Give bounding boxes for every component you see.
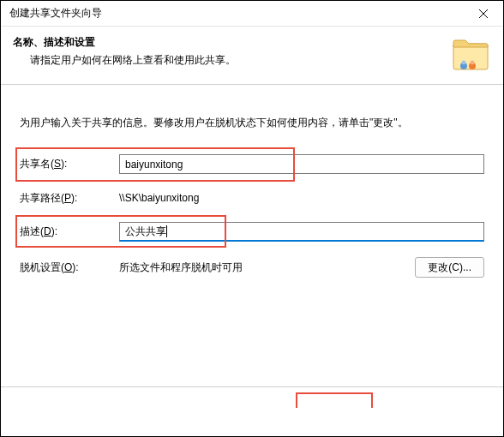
change-button[interactable]: 更改(C)...	[415, 257, 484, 278]
share-path-value: \\SK\baiyunxitong	[119, 189, 484, 207]
share-path-label: 共享路径(P):	[20, 191, 119, 206]
share-name-label: 共享名(S):	[20, 157, 119, 171]
titlebar: 创建共享文件夹向导	[1, 1, 503, 27]
intro-text: 为用户输入关于共享的信息。要修改用户在脱机状态下如何使用内容，请单击"更改"。	[20, 116, 484, 130]
close-icon	[479, 9, 488, 18]
share-name-input[interactable]	[119, 154, 484, 174]
wizard-footer	[1, 386, 503, 436]
share-path-row: 共享路径(P): \\SK\baiyunxitong	[20, 189, 484, 207]
wizard-header: 名称、描述和设置 请指定用户如何在网络上查看和使用此共享。	[1, 27, 503, 85]
wizard-window: 创建共享文件夹向导 名称、描述和设置 请指定用户如何在网络上查看和使用此共享。 …	[0, 0, 504, 437]
share-name-row: 共享名(S):	[20, 154, 484, 174]
offline-value: 所选文件和程序脱机时可用	[119, 258, 415, 278]
description-row: 描述(D): 公共共享	[20, 222, 484, 242]
close-button[interactable]	[464, 1, 503, 27]
offline-label: 脱机设置(O):	[20, 260, 119, 275]
wizard-content: 为用户输入关于共享的信息。要修改用户在脱机状态下如何使用内容，请单击"更改"。 …	[1, 85, 503, 386]
header-subtitle: 请指定用户如何在网络上查看和使用此共享。	[30, 53, 450, 68]
svg-point-4	[471, 61, 475, 65]
header-title: 名称、描述和设置	[13, 35, 450, 50]
description-input[interactable]: 公共共享	[119, 222, 484, 242]
description-label: 描述(D):	[20, 224, 119, 239]
svg-point-3	[462, 61, 466, 65]
header-text: 名称、描述和设置 请指定用户如何在网络上查看和使用此共享。	[13, 35, 450, 68]
window-title: 创建共享文件夹向导	[9, 6, 102, 21]
highlight-box	[296, 392, 373, 408]
text-cursor	[166, 225, 167, 237]
folder-share-icon	[450, 37, 491, 75]
offline-row: 脱机设置(O): 所选文件和程序脱机时可用 更改(C)...	[20, 257, 484, 278]
